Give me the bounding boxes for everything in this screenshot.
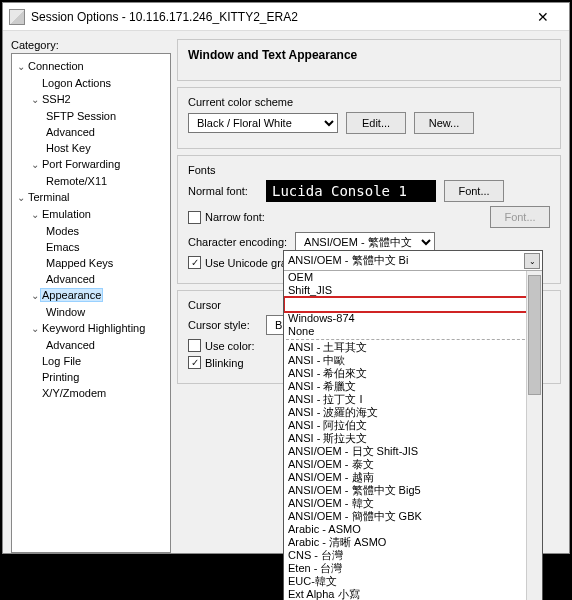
tree-logon[interactable]: Logon Actions [40,77,113,89]
encoding-option[interactable]: Windows-874 [284,312,542,325]
font-button[interactable]: Font... [444,180,504,202]
titlebar: Session Options - 10.116.171.246_KITTY2_… [3,3,569,31]
encoding-option[interactable]: ANSI - 土耳其文 [284,341,542,354]
color-scheme-group: Current color scheme Black / Floral Whit… [177,87,561,149]
narrow-font-checkbox[interactable]: Narrow font: [188,211,265,224]
separator [286,339,540,340]
appearance-panel-header: Window and Text Appearance [177,39,561,81]
use-color-checkbox[interactable]: Use color: [188,339,255,352]
encoding-option[interactable]: Eten - 台灣 [284,562,542,575]
char-encoding-label: Character encoding: [188,236,287,248]
panel-heading: Window and Text Appearance [188,48,550,62]
blinking-checkbox[interactable]: ✓Blinking [188,356,244,369]
tree-ssh2[interactable]: SSH2 [40,93,73,105]
encoding-option[interactable]: Ext Alpha 小寫 [284,588,542,600]
tree-emul[interactable]: Emulation [40,208,93,220]
tree-emacs[interactable]: Emacs [44,241,82,253]
tree-adv1[interactable]: Advanced [44,126,97,138]
encoding-dropdown-combo[interactable]: ANSI/OEM - 繁體中文 Bi ⌄ [284,251,542,271]
chevron-down-icon[interactable]: ⌄ [30,92,40,108]
tree-adv3[interactable]: Advanced [44,339,97,351]
close-icon[interactable]: ✕ [523,3,563,31]
encoding-option[interactable]: ANSI/OEM - 繁體中文 Big5 [284,484,542,497]
encoding-option[interactable]: ANSI - 拉丁文 I [284,393,542,406]
tree-sftp[interactable]: SFTP Session [44,110,118,122]
chevron-down-icon[interactable]: ⌄ [16,59,26,75]
encoding-option[interactable]: Arabic - ASMO [284,523,542,536]
tree-appearance[interactable]: Appearance [40,288,103,302]
encoding-option[interactable]: ANSI/OEM - 韓文 [284,497,542,510]
font-button-disabled: Font... [490,206,550,228]
tree-keyhl[interactable]: Keyword Highlighting [40,322,147,334]
tree-window[interactable]: Window [44,306,87,318]
category-label: Category: [11,39,171,51]
category-tree[interactable]: ⌄Connection Logon Actions ⌄SSH2 SFTP Ses… [11,53,171,553]
scheme-label: Current color scheme [188,96,550,108]
chevron-down-icon[interactable]: ⌄ [30,321,40,337]
cursor-style-label: Cursor style: [188,319,258,331]
encoding-option[interactable]: Shift_JIS [284,284,542,297]
encoding-option[interactable]: Arabic - 清晰 ASMO [284,536,542,549]
tree-connection[interactable]: Connection [26,60,86,72]
fonts-label: Fonts [188,164,550,176]
chevron-down-icon[interactable]: ⌄ [16,190,26,206]
encoding-option[interactable]: CNS - 台灣 [284,549,542,562]
window-title: Session Options - 10.116.171.246_KITTY2_… [31,10,523,24]
tree-mapped[interactable]: Mapped Keys [44,257,115,269]
tree-host[interactable]: Host Key [44,142,93,154]
tree-print[interactable]: Printing [40,371,81,383]
encoding-option[interactable]: ANSI - 希伯來文 [284,367,542,380]
encoding-option[interactable]: ANSI - 波羅的海文 [284,406,542,419]
encoding-option[interactable]: None [284,325,542,338]
encoding-option[interactable]: ANSI/OEM - 日文 Shift-JIS [284,445,542,458]
font-sample: Lucida Console 1 [266,180,436,202]
encoding-option[interactable]: EUC-韓文 [284,575,542,588]
encoding-option[interactable]: ANSI/OEM - 泰文 [284,458,542,471]
tree-port[interactable]: Port Forwarding [40,158,122,170]
tree-terminal[interactable]: Terminal [26,191,72,203]
encoding-option[interactable]: ANSI - 希臘文 [284,380,542,393]
chevron-down-icon[interactable]: ⌄ [30,157,40,173]
edit-button[interactable]: Edit... [346,112,406,134]
encoding-option[interactable]: ANSI - 斯拉夫文 [284,432,542,445]
tree-log[interactable]: Log File [40,355,83,367]
chevron-down-icon[interactable]: ⌄ [30,207,40,223]
char-encoding-select[interactable]: ANSI/OEM - 繁體中文 Bi [295,232,435,252]
tree-remote[interactable]: Remote/X11 [44,175,109,187]
tree-xyz[interactable]: X/Y/Zmodem [40,387,108,399]
encoding-option[interactable]: ANSI - 中歐 [284,354,542,367]
app-icon [9,9,25,25]
scrollbar[interactable] [526,271,542,600]
encoding-option[interactable]: OEM [284,271,542,284]
color-scheme-select[interactable]: Black / Floral White [188,113,338,133]
chevron-down-icon[interactable]: ⌄ [30,288,40,304]
encoding-option[interactable]: UTF-8 [284,297,542,312]
scrollbar-thumb[interactable] [528,275,541,395]
encoding-option[interactable]: ANSI/OEM - 越南 [284,471,542,484]
new-button[interactable]: New... [414,112,474,134]
encoding-option[interactable]: ANSI/OEM - 簡體中文 GBK [284,510,542,523]
chevron-down-icon[interactable]: ⌄ [524,253,540,269]
encoding-dropdown[interactable]: ANSI/OEM - 繁體中文 Bi ⌄ OEMShift_JISUTF-8Wi… [283,250,543,600]
tree-modes[interactable]: Modes [44,225,81,237]
normal-font-label: Normal font: [188,185,258,197]
encoding-option[interactable]: ANSI - 阿拉伯文 [284,419,542,432]
tree-adv2[interactable]: Advanced [44,273,97,285]
